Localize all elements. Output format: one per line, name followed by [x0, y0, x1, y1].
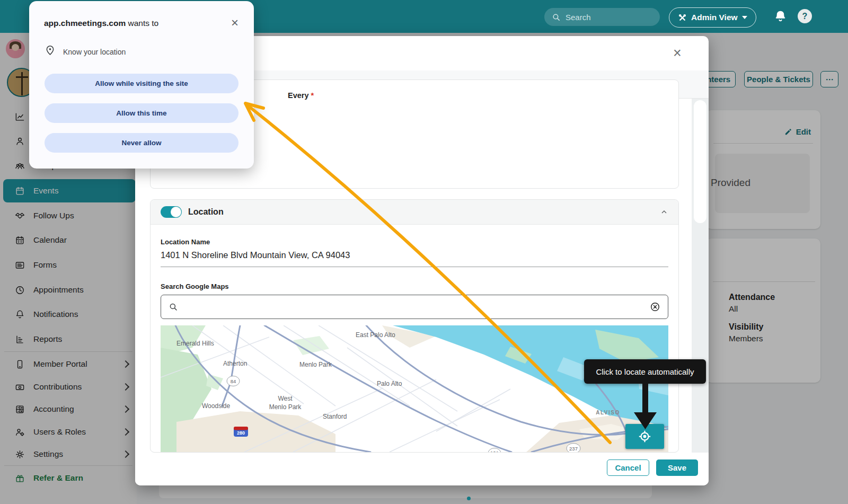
input-underline: [161, 267, 668, 267]
locate-tooltip: Click to locate automatically: [584, 359, 706, 384]
permission-request-text: Know your location: [63, 48, 126, 56]
label-east-palo-alto: East Palo Alto: [356, 331, 395, 339]
never-allow-button[interactable]: Never allow: [45, 133, 238, 153]
google-map[interactable]: 84 280 237 101 Emerald Hills Atherton Ea…: [161, 325, 668, 452]
location-section-title: Location: [188, 207, 224, 217]
allow-this-time-button[interactable]: Allow this time: [45, 103, 238, 123]
location-section-header: Location: [151, 200, 678, 225]
label-west-menlo-park: Menlo Park: [269, 403, 302, 411]
permission-title: app.chmeetings.com wants to: [44, 19, 158, 28]
label-alviso: ALVISO: [596, 410, 620, 415]
label-west: West: [278, 395, 293, 402]
admin-view-dropdown[interactable]: Admin View: [669, 7, 756, 28]
global-search-input[interactable]: Search: [544, 8, 660, 26]
google-maps-search-input[interactable]: [161, 295, 668, 319]
label-woodside: Woodside: [202, 402, 230, 410]
modal-scrollbar[interactable]: [692, 99, 709, 453]
required-asterisk: *: [311, 91, 314, 100]
every-label: Every *: [288, 91, 314, 100]
locate-automatically-button[interactable]: [625, 424, 664, 449]
my-location-icon: [638, 429, 652, 444]
search-placeholder: Search: [566, 13, 591, 22]
allow-while-visiting-button[interactable]: Allow while visiting the site: [45, 74, 238, 93]
browser-location-permission-popup: app.chmeetings.com wants to × Know your …: [29, 1, 254, 169]
loading-dot: [467, 497, 471, 500]
location-toggle[interactable]: [161, 206, 182, 218]
modal-footer: Cancel Save: [135, 453, 709, 485]
label-atherton: Atherton: [223, 360, 247, 367]
location-name-value[interactable]: 1401 N Shoreline Blvd Mountain View, CA …: [161, 250, 350, 260]
route-101-shield: 101: [490, 450, 499, 452]
location-pin-icon: [45, 45, 56, 56]
tools-icon: [678, 13, 687, 22]
help-icon[interactable]: ?: [798, 9, 812, 23]
route-237-shield: 237: [569, 446, 578, 452]
location-card: Location Location Name 1401 N Shoreline …: [150, 199, 679, 453]
admin-view-label: Admin View: [691, 13, 738, 22]
location-name-label: Location Name: [161, 238, 210, 246]
clear-input-icon[interactable]: [650, 302, 660, 312]
search-icon: [552, 13, 561, 22]
search-icon: [169, 302, 178, 312]
close-icon[interactable]: ×: [670, 47, 684, 60]
chevron-up-icon[interactable]: [660, 208, 668, 216]
label-emerald-hills: Emerald Hills: [176, 340, 214, 347]
label-menlo-park: Menlo Park: [299, 361, 332, 368]
route-84-shield: 84: [231, 378, 236, 384]
cancel-button[interactable]: Cancel: [607, 459, 649, 476]
notifications-bell-icon[interactable]: [774, 10, 787, 23]
scrollbar-thumb[interactable]: [694, 100, 706, 223]
chevron-down-icon: [742, 16, 747, 19]
app-window: Search Admin View ? Dashboard People Gro…: [0, 0, 848, 504]
label-stanford: Stanford: [323, 413, 347, 420]
label-palo-alto: Palo Alto: [377, 380, 402, 387]
search-google-maps-label: Search Google Maps: [161, 282, 229, 290]
save-button[interactable]: Save: [656, 459, 698, 476]
close-icon[interactable]: ×: [228, 17, 241, 30]
interstate-280-shield: 280: [237, 430, 245, 436]
